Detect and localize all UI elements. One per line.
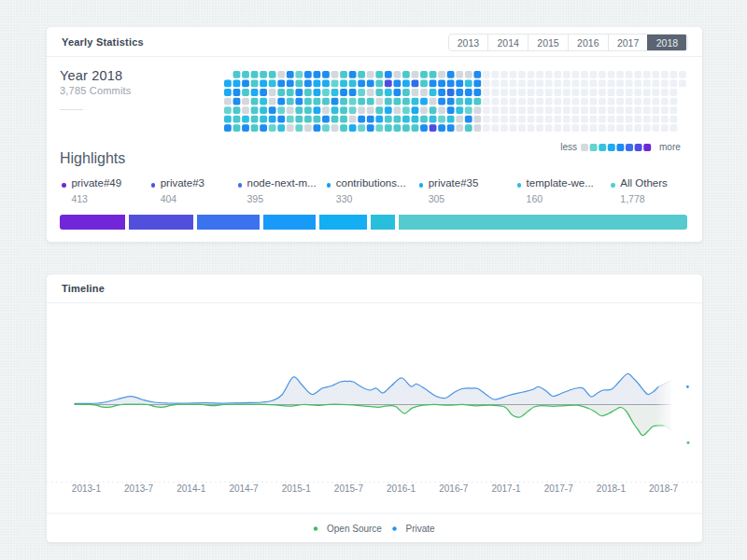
svg-text:2013-7: 2013-7	[124, 483, 154, 494]
svg-text:2015-1: 2015-1	[282, 483, 312, 494]
svg-text:2017-7: 2017-7	[544, 483, 574, 494]
svg-text:Private: Private	[406, 524, 436, 534]
svg-text:2017-1: 2017-1	[491, 483, 521, 494]
svg-text:2015-7: 2015-7	[334, 483, 364, 494]
svg-text:2016-1: 2016-1	[387, 483, 416, 494]
svg-text:2016-7: 2016-7	[439, 483, 469, 494]
svg-text:2014-7: 2014-7	[229, 483, 259, 494]
svg-text:2018-7: 2018-7	[649, 483, 679, 494]
svg-text:2018-1: 2018-1	[597, 483, 627, 494]
svg-text:2013-1: 2013-1	[72, 483, 102, 494]
svg-text:Open Source: Open Source	[327, 524, 382, 534]
svg-text:2014-1: 2014-1	[176, 483, 206, 494]
